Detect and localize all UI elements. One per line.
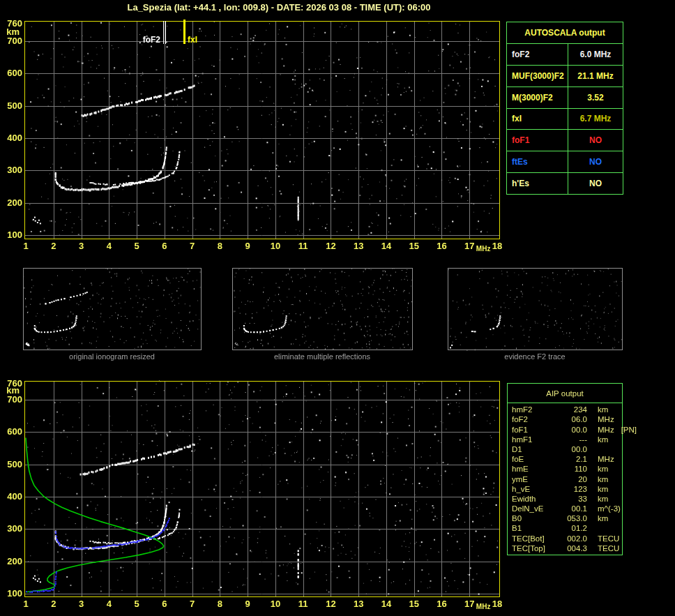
param-value: 004.3	[555, 544, 587, 553]
table-row: B101.2	[512, 524, 622, 532]
param-label: MUF(3000)F2	[507, 66, 568, 87]
autoscala-output-table: AUTOSCALA output foF2 6.0 MHz MUF(3000)F…	[506, 22, 623, 195]
param-unit: km	[587, 435, 622, 444]
param-unit	[587, 445, 622, 453]
param-label: foF2	[507, 44, 568, 65]
param-value: 123	[555, 485, 587, 493]
table-row: Ewidth33km	[512, 495, 622, 503]
param-unit: TECU	[587, 534, 626, 543]
param-label: h_vE	[512, 485, 555, 493]
param-value: 33	[555, 495, 587, 503]
table-row: foF2 6.0 MHz	[507, 44, 623, 65]
param-label: h'Es	[507, 173, 568, 194]
param-value: 21.1 MHz	[568, 66, 623, 87]
panel-original-ionogram	[23, 268, 201, 350]
param-label: ymE	[512, 475, 555, 483]
param-value: NO	[568, 151, 623, 172]
table-row: D100.0	[512, 445, 622, 453]
param-label: fxI	[507, 109, 568, 130]
param-value: NO	[568, 173, 623, 194]
param-label: ftEs	[507, 151, 568, 172]
param-value: 20	[555, 475, 587, 483]
param-unit: km	[587, 475, 622, 483]
param-unit	[587, 524, 622, 532]
param-label: Ewidth	[512, 495, 555, 503]
param-unit: MHz	[587, 455, 622, 463]
table-row: TEC[Top]004.3TECU	[512, 544, 622, 553]
panel-caption-original: original ionogram resized	[23, 352, 201, 361]
param-label: B0	[512, 514, 555, 523]
param-unit: km	[587, 485, 622, 493]
param-value: 234	[555, 405, 587, 414]
param-value: ---	[555, 435, 587, 444]
param-value: NO	[568, 130, 623, 151]
param-label: hmE	[512, 465, 555, 473]
param-unit: km	[587, 405, 622, 414]
param-value: 6.7 MHz	[568, 109, 623, 130]
page-title: La_Spezia (lat: +44.1 , lon: 009.8) - DA…	[0, 2, 558, 13]
param-label: B1	[512, 524, 555, 532]
param-label: hmF2	[512, 405, 555, 414]
param-value: 00.0	[555, 445, 587, 453]
param-label: foF1	[507, 130, 568, 151]
table-row: MUF(3000)F2 21.1 MHz	[507, 66, 623, 87]
panel-caption-eliminate: eliminate multiple reflections	[232, 352, 412, 361]
param-unit: km	[587, 514, 622, 523]
table-row: hmF2234km	[512, 405, 622, 414]
table-row: foE2.1MHz	[512, 455, 622, 463]
param-unit: km	[587, 495, 622, 503]
param-label: foF2	[512, 415, 555, 423]
table-row: h_vE123km	[512, 485, 622, 493]
param-unit: MHz[PN]	[587, 426, 637, 434]
table-header: AUTOSCALA output	[507, 22, 623, 43]
table-row: ftEs NO	[507, 151, 623, 172]
param-label: foE	[512, 455, 555, 463]
table-row: TEC[Bot]002.0TECU	[512, 534, 622, 543]
param-label: M(3000)F2	[507, 87, 568, 108]
param-value: 6.0 MHz	[568, 44, 623, 65]
panel-caption-evidence: evidence F2 trace	[448, 352, 622, 361]
param-label: TEC[Top]	[512, 544, 555, 553]
param-value: 01.2	[555, 524, 587, 532]
param-unit: km	[587, 465, 622, 473]
table-row: ymE20km	[512, 475, 622, 483]
table-row: B0053.0km	[512, 514, 622, 523]
top-ionogram-plot	[24, 21, 499, 239]
param-label: DelN_vE	[512, 504, 555, 513]
param-value: 3.52	[568, 87, 623, 108]
table-header: AIP output	[508, 384, 622, 403]
param-value: 00.0	[555, 426, 587, 434]
param-unit: MHz	[587, 415, 622, 423]
table-row: foF1 NO	[507, 130, 623, 151]
table-row: hmE110km	[512, 465, 622, 473]
param-value: 00.1	[555, 504, 587, 513]
param-value: 110	[555, 465, 587, 473]
param-label: D1	[512, 445, 555, 453]
table-row: fxI 6.7 MHz	[507, 109, 623, 130]
param-label: hmF1	[512, 435, 555, 444]
param-label: TEC[Bot]	[512, 534, 555, 543]
bottom-ionogram-plot	[24, 381, 499, 596]
param-unit: TECU	[587, 544, 626, 553]
table-row: foF100.0MHz[PN]	[512, 426, 622, 434]
table-row: hmF1---km	[512, 435, 622, 444]
param-label: foF1	[512, 426, 555, 434]
panel-eliminate-reflections	[232, 268, 412, 350]
param-value: 2.1	[555, 455, 587, 463]
table-row: h'Es NO	[507, 173, 623, 194]
param-value: 06.0	[555, 415, 587, 423]
table-row: DelN_vE00.1m^(-3)	[512, 504, 622, 513]
param-value: 053.0	[555, 514, 587, 523]
aip-output-table: AIP output hmF2234km foF206.0MHz foF100.…	[507, 383, 623, 555]
param-unit: m^(-3)	[587, 504, 628, 513]
table-row: M(3000)F2 3.52	[507, 87, 623, 108]
param-value: 002.0	[555, 534, 587, 543]
panel-evidence-f2-trace	[448, 268, 622, 350]
aip-table-body: hmF2234km foF206.0MHz foF100.0MHz[PN] hm…	[508, 403, 622, 555]
table-row: foF206.0MHz	[512, 415, 622, 423]
autoscala-window: La_Spezia (lat: +44.1 , lon: 009.8) - DA…	[0, 0, 675, 616]
